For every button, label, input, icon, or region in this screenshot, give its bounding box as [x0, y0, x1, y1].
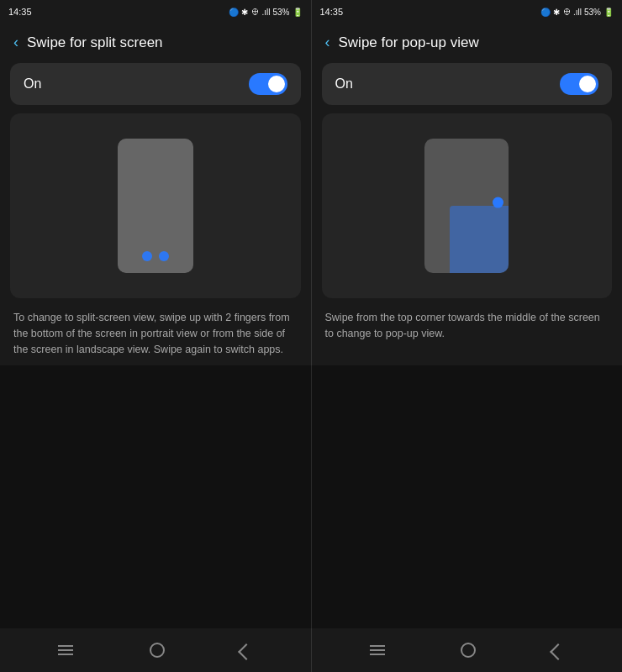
right-home-button[interactable] [461, 643, 476, 658]
left-panel: ‹ Swipe for split screen On To change to… [0, 24, 311, 365]
right-lower [311, 365, 623, 628]
right-header: ‹ Swipe for pop-up view [312, 24, 623, 58]
menu-line-6 [370, 654, 385, 655]
popup-overlay [450, 206, 509, 273]
right-nav-bar [311, 628, 623, 672]
left-back-nav-button[interactable] [238, 643, 255, 660]
menu-line-3 [58, 654, 73, 655]
right-description: Swipe from the top corner towards the mi… [312, 298, 623, 350]
right-panel: ‹ Swipe for pop-up view On Swipe from th… [311, 24, 623, 365]
popup-dot [493, 197, 503, 208]
right-toggle-row: On [322, 63, 613, 105]
right-title: Swipe for pop-up view [339, 34, 479, 51]
finger-dot-2 [159, 251, 169, 261]
right-demo-area [322, 113, 613, 298]
left-title: Swipe for split screen [27, 34, 163, 51]
right-menu-icon[interactable] [370, 645, 385, 655]
main-content: ‹ Swipe for split screen On To change to… [0, 24, 622, 365]
left-toggle-row: On [10, 63, 301, 105]
nav-bars [0, 628, 622, 672]
left-lower [0, 365, 311, 628]
finger-dot-1 [142, 251, 152, 261]
right-time: 14:35 [320, 7, 344, 17]
left-toggle-switch[interactable] [249, 73, 287, 95]
right-status-icons: 🔵 ✱ ᪠ .ıll 53% 🔋 [540, 8, 614, 17]
left-toggle-label: On [24, 76, 41, 92]
left-demo-area [10, 113, 301, 298]
finger-dots [142, 251, 169, 261]
menu-line-4 [370, 645, 385, 647]
left-nav-bar [0, 628, 311, 672]
right-phone-container [424, 139, 509, 273]
left-phone-container [118, 139, 193, 273]
right-back-nav-button[interactable] [550, 643, 567, 660]
menu-line-5 [370, 649, 385, 651]
left-header: ‹ Swipe for split screen [0, 24, 311, 58]
lower-area [0, 365, 622, 628]
right-status-bar: 14:35 🔵 ✱ ᪠ .ıll 53% 🔋 [311, 0, 623, 24]
left-time: 14:35 [8, 7, 32, 17]
left-back-button[interactable]: ‹ [13, 34, 18, 51]
left-menu-icon[interactable] [58, 645, 73, 655]
right-toggle-switch[interactable] [560, 73, 598, 95]
menu-line-2 [58, 649, 73, 651]
right-toggle-label: On [335, 76, 353, 92]
right-phone-mockup [424, 139, 509, 273]
left-status-icons: 🔵 ✱ ᪠ .ıll 53% 🔋 [229, 8, 302, 17]
right-back-button[interactable]: ‹ [325, 34, 330, 51]
status-bars: 14:35 🔵 ✱ ᪠ .ıll 53% 🔋 14:35 🔵 ✱ ᪠ .ıll … [0, 0, 622, 24]
left-description: To change to split-screen view, swipe up… [0, 298, 311, 365]
left-status-bar: 14:35 🔵 ✱ ᪠ .ıll 53% 🔋 [0, 0, 311, 24]
menu-line-1 [58, 645, 73, 647]
left-home-button[interactable] [150, 643, 165, 658]
